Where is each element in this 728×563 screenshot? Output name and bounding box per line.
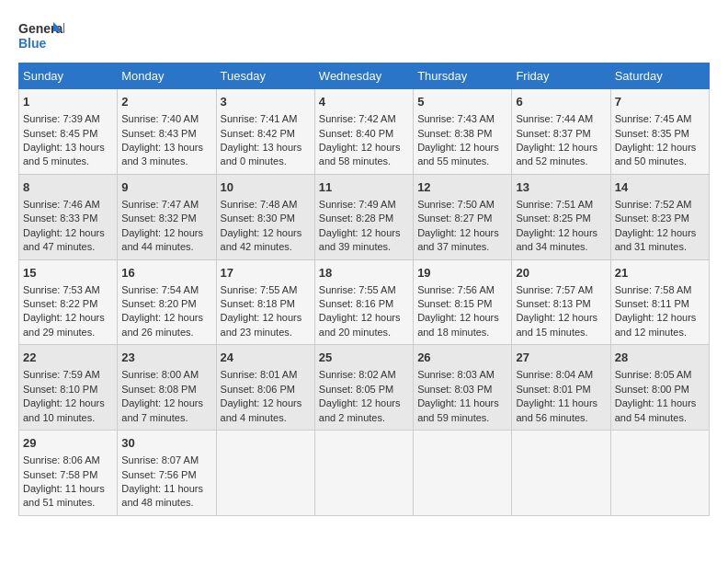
weekday-header-row: SundayMondayTuesdayWednesdayThursdayFrid…: [19, 63, 710, 89]
day-info-line: Sunrise: 7:54 AM: [121, 283, 211, 297]
day-info-line: Daylight: 12 hours: [121, 311, 211, 325]
day-info-line: and 34 minutes.: [516, 240, 606, 254]
day-info-line: Sunset: 8:43 PM: [121, 127, 211, 141]
week-row-5: 29Sunrise: 8:06 AMSunset: 7:58 PMDayligh…: [19, 431, 710, 516]
day-info-line: and 2 minutes.: [319, 411, 409, 425]
day-info-line: Daylight: 13 hours: [121, 141, 211, 155]
calendar-table: SundayMondayTuesdayWednesdayThursdayFrid…: [18, 63, 710, 516]
day-info-line: and 10 minutes.: [23, 411, 113, 425]
day-info-line: Sunset: 8:25 PM: [516, 212, 606, 225]
day-info-line: Daylight: 12 hours: [615, 141, 705, 155]
day-info-line: Daylight: 13 hours: [221, 141, 311, 155]
day-info-line: and 39 minutes.: [319, 240, 409, 254]
svg-text:Blue: Blue: [18, 36, 47, 51]
day-info-line: Sunrise: 8:06 AM: [23, 454, 113, 467]
day-info-line: Daylight: 12 hours: [221, 311, 311, 325]
day-info-line: Sunset: 8:35 PM: [615, 127, 705, 141]
day-info-line: Sunrise: 7:51 AM: [516, 198, 606, 212]
day-info-line: Sunrise: 7:55 AM: [319, 283, 409, 297]
day-info-line: and 7 minutes.: [121, 411, 211, 425]
day-info-line: Sunset: 8:03 PM: [417, 383, 507, 396]
day-info-line: Sunrise: 7:59 AM: [23, 368, 113, 382]
day-info-line: Daylight: 11 hours: [615, 396, 705, 410]
day-info-line: Sunrise: 7:46 AM: [23, 198, 113, 212]
day-info-line: Sunset: 8:22 PM: [23, 297, 113, 311]
day-info-line: Sunset: 8:01 PM: [516, 383, 606, 396]
calendar-cell: 15Sunrise: 7:53 AMSunset: 8:22 PMDayligh…: [19, 259, 118, 345]
day-info-line: Sunrise: 7:48 AM: [221, 198, 311, 212]
day-info-line: Sunset: 8:37 PM: [516, 127, 606, 141]
day-number: 30: [121, 435, 211, 452]
day-number: 18: [319, 265, 409, 282]
day-info-line: Sunrise: 7:53 AM: [23, 283, 113, 297]
day-info-line: Daylight: 12 hours: [23, 396, 113, 410]
day-info-line: and 47 minutes.: [23, 240, 113, 254]
day-info-line: Daylight: 12 hours: [23, 311, 113, 325]
day-info-line: Sunset: 8:18 PM: [221, 297, 311, 311]
day-info-line: Sunset: 8:06 PM: [221, 383, 311, 396]
day-number: 15: [23, 265, 113, 282]
day-info-line: Sunrise: 7:42 AM: [319, 112, 409, 126]
day-info-line: and 37 minutes.: [417, 240, 507, 254]
day-info-line: Sunrise: 8:05 AM: [615, 368, 705, 382]
day-info-line: and 42 minutes.: [221, 240, 311, 254]
day-number: 1: [23, 94, 113, 110]
day-info-line: Sunrise: 7:58 AM: [615, 283, 705, 297]
weekday-header-sunday: Sunday: [19, 63, 118, 89]
calendar-cell: 8Sunrise: 7:46 AMSunset: 8:33 PMDaylight…: [19, 174, 118, 259]
day-info-line: Sunrise: 8:01 AM: [221, 368, 311, 382]
day-info-line: and 4 minutes.: [221, 411, 311, 425]
day-number: 6: [516, 94, 606, 110]
day-info-line: and 20 minutes.: [319, 326, 409, 339]
day-info-line: Sunrise: 7:40 AM: [121, 112, 211, 126]
day-number: 17: [221, 265, 311, 282]
day-number: 10: [221, 179, 311, 196]
calendar-cell: 1Sunrise: 7:39 AMSunset: 8:45 PMDaylight…: [19, 89, 118, 175]
day-info-line: Daylight: 11 hours: [417, 396, 507, 410]
day-info-line: Daylight: 12 hours: [319, 141, 409, 155]
day-info-line: Daylight: 11 hours: [23, 482, 113, 496]
day-info-line: Daylight: 12 hours: [516, 141, 606, 155]
calendar-cell: 21Sunrise: 7:58 AMSunset: 8:11 PMDayligh…: [610, 259, 709, 345]
day-info-line: and 50 minutes.: [615, 155, 705, 168]
day-info-line: Sunrise: 7:52 AM: [615, 198, 705, 212]
day-info-line: and 18 minutes.: [417, 326, 507, 339]
calendar-cell: 7Sunrise: 7:45 AMSunset: 8:35 PMDaylight…: [610, 89, 709, 175]
weekday-header-thursday: Thursday: [414, 63, 512, 89]
day-info-line: Daylight: 12 hours: [516, 311, 606, 325]
day-info-line: Sunset: 8:28 PM: [319, 212, 409, 225]
day-number: 27: [516, 350, 606, 366]
day-number: 19: [417, 265, 507, 282]
day-info-line: and 31 minutes.: [615, 240, 705, 254]
day-info-line: Daylight: 12 hours: [615, 226, 705, 240]
day-info-line: Sunrise: 7:44 AM: [516, 112, 606, 126]
calendar-cell: 22Sunrise: 7:59 AMSunset: 8:10 PMDayligh…: [19, 345, 118, 431]
calendar-cell: 30Sunrise: 8:07 AMSunset: 7:56 PMDayligh…: [118, 431, 216, 516]
calendar-cell: 19Sunrise: 7:56 AMSunset: 8:15 PMDayligh…: [414, 259, 512, 345]
day-info-line: Sunrise: 8:07 AM: [121, 454, 211, 467]
day-number: 9: [121, 179, 211, 196]
day-info-line: Daylight: 12 hours: [221, 226, 311, 240]
day-info-line: Sunset: 8:16 PM: [319, 297, 409, 311]
day-info-line: Sunset: 8:15 PM: [417, 297, 507, 311]
day-number: 2: [121, 94, 211, 110]
calendar-cell: 17Sunrise: 7:55 AMSunset: 8:18 PMDayligh…: [216, 259, 314, 345]
logo-svg: GeneralBlue: [18, 18, 64, 53]
week-row-4: 22Sunrise: 7:59 AMSunset: 8:10 PMDayligh…: [19, 345, 710, 431]
calendar-cell: 3Sunrise: 7:41 AMSunset: 8:42 PMDaylight…: [216, 89, 314, 175]
day-number: 11: [319, 179, 409, 196]
day-info-line: and 44 minutes.: [121, 240, 211, 254]
day-number: 8: [23, 179, 113, 196]
week-row-1: 1Sunrise: 7:39 AMSunset: 8:45 PMDaylight…: [19, 89, 710, 175]
calendar-cell: 18Sunrise: 7:55 AMSunset: 8:16 PMDayligh…: [314, 259, 413, 345]
calendar-cell: 2Sunrise: 7:40 AMSunset: 8:43 PMDaylight…: [118, 89, 216, 175]
day-info-line: Sunrise: 7:57 AM: [516, 283, 606, 297]
day-info-line: and 52 minutes.: [516, 155, 606, 168]
day-info-line: Daylight: 12 hours: [516, 226, 606, 240]
day-info-line: Sunset: 8:00 PM: [615, 383, 705, 396]
day-info-line: Daylight: 12 hours: [121, 226, 211, 240]
day-info-line: Sunset: 8:23 PM: [615, 212, 705, 225]
day-info-line: Sunrise: 7:55 AM: [221, 283, 311, 297]
calendar-cell: [314, 431, 413, 516]
day-info-line: Daylight: 12 hours: [417, 311, 507, 325]
